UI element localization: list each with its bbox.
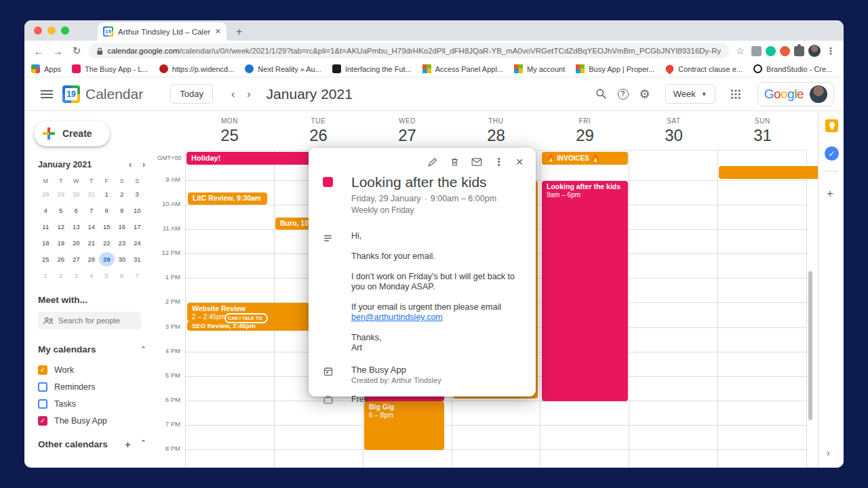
main-menu-icon[interactable] — [41, 90, 53, 98]
mini-calendar-day[interactable]: 2 — [54, 268, 69, 283]
day-header[interactable]: WED 27 — [363, 111, 452, 150]
more-options-icon[interactable]: ⋮ — [494, 156, 504, 168]
google-account-widget[interactable]: Google — [757, 82, 834, 106]
mini-calendar-day[interactable]: 1 — [38, 268, 54, 283]
mini-calendar-day[interactable]: 28 — [38, 187, 54, 201]
bookmark-star-icon[interactable]: ☆ — [733, 45, 747, 56]
mini-calendar-day[interactable]: 4 — [84, 268, 100, 283]
search-icon[interactable] — [595, 88, 607, 100]
bookmark-item[interactable]: My account — [514, 64, 565, 73]
next-week-icon[interactable]: › — [241, 88, 256, 100]
day-number[interactable]: 27 — [363, 126, 452, 145]
address-bar[interactable]: calendar.google.com/calendar/u/0/r/week/… — [88, 43, 729, 58]
extension-icon[interactable] — [751, 46, 762, 56]
day-number[interactable]: 30 — [629, 126, 718, 145]
get-addons-icon[interactable]: + — [827, 187, 833, 201]
mini-calendar-day[interactable]: 28 — [84, 252, 100, 266]
mini-calendar-day[interactable]: 18 — [38, 236, 54, 250]
calendar-checkbox[interactable] — [38, 365, 47, 375]
hide-side-panel-icon[interactable]: › — [827, 447, 830, 458]
tab-close-icon[interactable]: ✕ — [215, 27, 221, 36]
bookmark-item[interactable]: Access Panel Appl... — [422, 64, 503, 73]
mini-calendar-day[interactable]: 14 — [84, 220, 100, 234]
mini-calendar-day[interactable]: 29 — [99, 252, 115, 266]
edit-event-icon[interactable] — [427, 157, 438, 167]
maximize-window-button[interactable] — [61, 26, 69, 35]
today-button[interactable]: Today — [170, 84, 213, 104]
grammarly-extension-icon[interactable] — [766, 46, 776, 56]
bookmark-item[interactable]: BrandStudio - Cre... — [753, 64, 832, 73]
bookmark-item[interactable]: Next Reality » Au... — [245, 64, 321, 73]
delete-event-icon[interactable] — [450, 157, 460, 167]
add-other-calendar-icon[interactable]: + — [125, 439, 131, 450]
mini-calendar-day[interactable]: 6 — [68, 203, 84, 218]
view-selector[interactable]: Week ▼ — [665, 84, 715, 104]
mini-calendar-day[interactable]: 22 — [99, 236, 115, 250]
day-number[interactable]: 25 — [185, 126, 274, 145]
mini-calendar-day[interactable]: 4 — [38, 203, 54, 218]
mini-calendar-day[interactable]: 24 — [130, 236, 145, 250]
day-header[interactable]: FRI 29 — [540, 111, 629, 150]
search-people-input[interactable]: Search for people — [38, 312, 141, 329]
mini-calendar-day[interactable]: 25 — [38, 252, 54, 266]
mini-prev-icon[interactable]: ‹ — [129, 160, 132, 169]
mini-calendar-day[interactable]: 9 — [115, 203, 130, 218]
mini-calendar-day[interactable]: 27 — [68, 252, 84, 266]
google-apps-grid-icon[interactable] — [730, 89, 741, 100]
mini-calendar-day[interactable]: 7 — [130, 268, 145, 283]
close-icon[interactable]: ✕ — [515, 157, 524, 167]
day-number[interactable]: 29 — [540, 126, 629, 145]
mini-calendar-day[interactable]: 31 — [130, 252, 145, 266]
mini-calendar-day[interactable]: 8 — [99, 203, 115, 218]
mini-calendar-day[interactable]: 16 — [115, 220, 130, 234]
mini-calendar-day[interactable]: 11 — [38, 220, 54, 234]
mini-calendar-day[interactable]: 5 — [54, 203, 69, 218]
bookmark-item[interactable]: Interfacing the Fut... — [332, 64, 412, 73]
mini-calendar-day[interactable]: 7 — [84, 203, 100, 218]
close-window-button[interactable] — [34, 26, 42, 35]
calendar-list-item[interactable]: Tasks — [38, 395, 145, 412]
prev-week-icon[interactable]: ‹ — [225, 88, 241, 100]
mini-calendar-day[interactable]: 3 — [130, 187, 145, 201]
reload-icon[interactable]: ↻ — [69, 45, 84, 57]
mini-calendar-day[interactable]: 12 — [54, 220, 69, 234]
day-header[interactable]: SAT 30 — [629, 111, 718, 150]
mini-calendar-day[interactable]: 31 — [84, 187, 100, 201]
mini-calendar-day[interactable]: 17 — [130, 220, 145, 234]
bookmark-item[interactable]: Apps — [31, 64, 61, 73]
mini-calendar-day[interactable]: 15 — [99, 220, 115, 234]
mini-calendar-day[interactable]: 10 — [130, 203, 145, 218]
bookmark-item[interactable]: The Busy App - L... — [72, 64, 149, 73]
email-link[interactable]: ben@arthurtindsley.com — [351, 312, 443, 322]
calendar-list-item[interactable]: The Busy App — [38, 412, 145, 429]
day-header[interactable]: TUE 26 — [274, 111, 363, 150]
new-tab-button[interactable]: + — [226, 26, 252, 41]
mini-calendar-day[interactable]: 30 — [68, 187, 84, 201]
calendar-list-item[interactable]: Work — [38, 361, 145, 378]
mini-calendar-day[interactable]: 20 — [68, 236, 84, 250]
event-litc-review[interactable]: LitC Review, 9:30am — [188, 192, 267, 205]
collapse-my-calendars-icon[interactable]: ⌃ — [140, 345, 146, 354]
mini-calendar-day[interactable]: 21 — [84, 236, 100, 250]
create-button[interactable]: Create — [34, 121, 110, 146]
settings-gear-icon[interactable]: ⚙ — [639, 87, 650, 102]
extension-icon[interactable] — [780, 46, 790, 56]
bookmark-item[interactable]: https://p.widencd... — [159, 64, 235, 73]
calendar-checkbox[interactable] — [38, 416, 47, 426]
mini-calendar-day[interactable]: 30 — [115, 252, 130, 266]
mini-calendar-day[interactable]: 6 — [115, 268, 130, 283]
extensions-puzzle-icon[interactable] — [794, 46, 804, 56]
help-icon[interactable]: ? — [618, 89, 629, 100]
browser-menu-icon[interactable]: ⋮ — [825, 45, 837, 56]
day-number[interactable]: 26 — [274, 126, 363, 145]
mini-calendar-day[interactable]: 26 — [54, 252, 69, 266]
day-number[interactable]: 31 — [718, 126, 807, 145]
mini-calendar-day[interactable]: 3 — [68, 268, 84, 283]
bookmark-item[interactable]: Busy App | Proper... — [576, 64, 654, 73]
calendar-checkbox[interactable] — [38, 399, 47, 409]
back-icon[interactable]: ← — [31, 45, 46, 57]
google-keep-icon[interactable] — [825, 119, 838, 132]
event-looking-after-kids[interactable]: Looking after the kids9am – 6pm — [542, 181, 628, 401]
mini-calendar-day[interactable]: 29 — [54, 187, 69, 201]
calendar-list-item[interactable]: Reminders — [38, 378, 145, 395]
